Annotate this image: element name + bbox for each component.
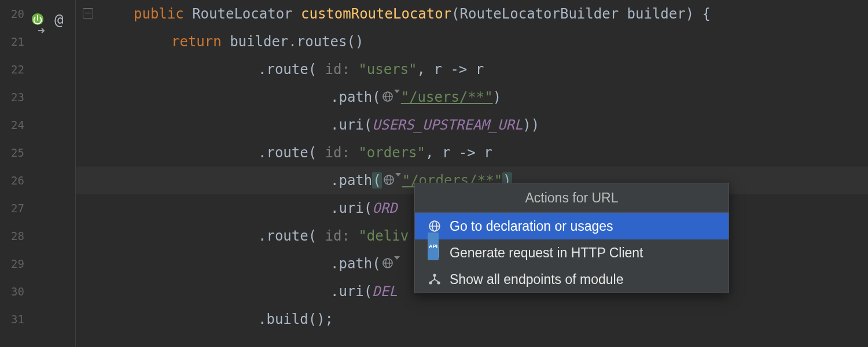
code-area[interactable]: public RouteLocator customRouteLocator(R… <box>76 0 868 347</box>
endpoints-icon <box>428 272 442 286</box>
code-line: .route( id: "users", r -> r <box>258 56 484 83</box>
code-editor[interactable]: 20 21 22 23 24 25 26 27 28 29 30 31 @ pu… <box>0 0 868 347</box>
code-line: .uri(USERS_UPSTREAM_URL)) <box>330 111 539 139</box>
gutter: 20 21 22 23 24 25 26 27 28 29 30 31 @ <box>0 0 76 347</box>
popup-action-show-endpoints[interactable]: Show all endpoints of module <box>415 266 729 293</box>
matched-paren-open: ( <box>372 172 381 189</box>
url-globe-icon[interactable] <box>383 174 401 186</box>
line-number: 25 <box>0 139 24 167</box>
line-number: 23 <box>0 83 24 111</box>
popup-item-label: Show all endpoints of module <box>450 266 623 293</box>
line-number: 29 <box>0 250 24 278</box>
api-doc-icon: API <box>428 246 442 260</box>
line-number: 31 <box>0 305 24 333</box>
url-actions-popup: Actions for URL Go to declaration or usa… <box>414 183 729 293</box>
line-number: 21 <box>0 28 24 56</box>
code-line: .build(); <box>258 305 333 333</box>
code-line: return builder.routes() <box>171 28 363 56</box>
url-globe-icon[interactable] <box>382 257 400 269</box>
popup-action-generate-http-request[interactable]: API Generate request in HTTP Client <box>415 239 729 266</box>
line-number: 28 <box>0 222 24 250</box>
line-number: 22 <box>0 56 24 83</box>
chevron-down-icon <box>395 173 401 184</box>
popup-item-label: Generate request in HTTP Client <box>450 239 643 266</box>
chevron-down-icon <box>394 256 400 268</box>
globe-icon <box>428 219 442 233</box>
line-number: 20 <box>0 0 24 28</box>
implementing-arrow-icon[interactable] <box>38 15 46 43</box>
code-line: .route( id: "orders", r -> r <box>258 139 492 167</box>
chevron-down-icon <box>394 90 400 101</box>
code-line: .uri(ORD <box>330 194 398 222</box>
line-number: 30 <box>0 278 24 305</box>
svg-point-13 <box>433 274 436 276</box>
code-line: .path( <box>330 250 401 278</box>
line-number: 27 <box>0 194 24 222</box>
code-line: .path("/users/**") <box>330 83 501 111</box>
popup-title: Actions for URL <box>415 183 729 213</box>
line-number: 24 <box>0 111 24 139</box>
popup-action-goto-declaration[interactable]: Go to declaration or usages <box>415 213 729 239</box>
line-number: 26 <box>0 167 24 194</box>
code-line: .route( id: "deliv <box>258 222 409 250</box>
popup-item-label: Go to declaration or usages <box>450 213 613 239</box>
code-line: public RouteLocator customRouteLocator(R… <box>134 0 711 28</box>
url-globe-icon[interactable] <box>382 91 400 102</box>
code-line: .uri(DEL <box>330 278 398 305</box>
annotation-at-icon[interactable]: @ <box>54 6 64 34</box>
